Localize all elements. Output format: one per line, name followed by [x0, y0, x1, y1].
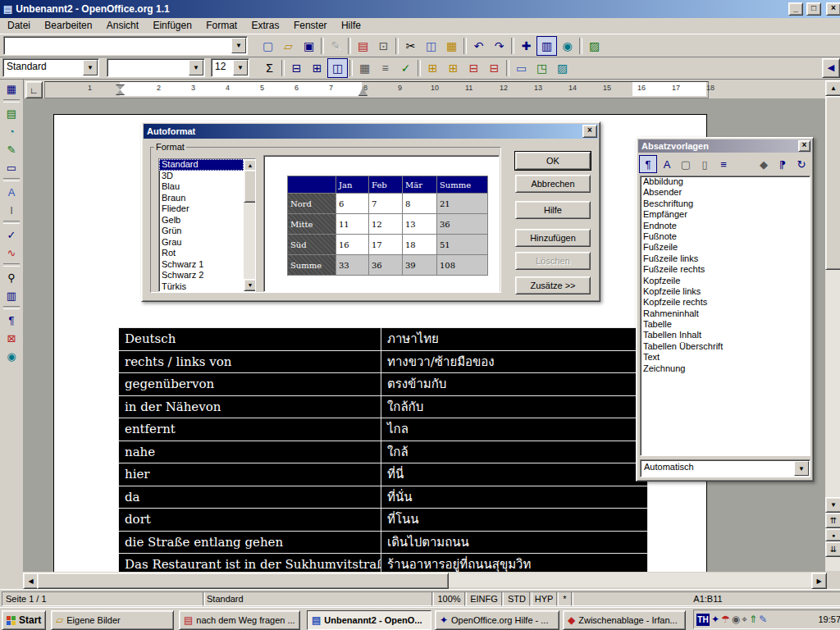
task-zwischenablage[interactable]: ◆ Zwischenablage - Irfan...	[563, 610, 686, 630]
next-page-icon[interactable]: ⇊	[825, 541, 840, 557]
task-nach-dem-weg[interactable]: ▤ nach dem Weg fragen ...	[179, 610, 300, 630]
more-button[interactable]: Zusätze >>	[515, 276, 591, 294]
online-layout-icon[interactable]: ◉	[2, 347, 21, 365]
split-cells-icon[interactable]: ⊞	[307, 58, 327, 78]
delete-col-icon[interactable]: ⊟	[484, 58, 504, 78]
delete-row-icon[interactable]: ⊟	[463, 58, 484, 78]
tray-mouse-icon[interactable]: ⌖	[742, 614, 747, 625]
menu-format[interactable]: Format	[200, 18, 243, 33]
format-option[interactable]: Rot	[159, 248, 244, 259]
style-item[interactable]: Abbildung	[641, 176, 810, 187]
status-zoom[interactable]: 100%	[431, 591, 467, 606]
fontsize-combobox[interactable]: 12 ▼	[211, 58, 249, 77]
menu-hilfe[interactable]: Hilfe	[336, 18, 367, 33]
style-item[interactable]: Absender	[641, 187, 810, 198]
frame-styles-icon[interactable]: ▢	[677, 155, 695, 173]
maximize-button[interactable]: □	[806, 2, 821, 16]
redo-icon[interactable]: ↷	[489, 36, 509, 56]
horizontal-scrollbar[interactable]: ◀ ▶	[23, 573, 825, 587]
list-scroll-down-icon[interactable]: ▼	[244, 279, 256, 291]
cell-de[interactable]: entfernt	[119, 418, 381, 441]
menu-einfuegen[interactable]: Einfügen	[147, 18, 197, 33]
spellcheck-icon[interactable]: ✓	[2, 226, 21, 244]
style-filter-value[interactable]: Automatisch	[641, 460, 793, 477]
style-item[interactable]: Kopfzeile	[641, 276, 810, 286]
cell-th[interactable]: ที่นี่	[381, 463, 648, 486]
style-filter-dropdown-icon[interactable]: ▼	[794, 461, 809, 476]
style-item[interactable]: Tabellen Überschrift	[641, 341, 810, 352]
background-icon[interactable]: ▨	[552, 58, 573, 78]
style-item[interactable]: Rahmeninhalt	[641, 308, 810, 319]
status-insert-mode[interactable]: EINFG	[464, 591, 504, 606]
optimize-icon[interactable]: ◫	[327, 58, 348, 78]
format-option[interactable]: Schwarz 1	[159, 259, 244, 271]
cell-de[interactable]: rechts / links von	[119, 350, 381, 373]
delete-button[interactable]: Löschen	[515, 252, 591, 270]
navigator-icon[interactable]: ✚	[516, 36, 536, 56]
new-document-icon[interactable]: ▢	[258, 36, 278, 56]
cell-th[interactable]: ทางขวา/ซ้ายมือของ	[381, 350, 648, 373]
style-item[interactable]: Fußzeile links	[641, 253, 810, 264]
menu-datei[interactable]: Datei	[2, 18, 36, 33]
vocabulary-table[interactable]: Deutschภาษาไทย rechts / links vonทางขวา/…	[118, 327, 648, 572]
format-option[interactable]: 3D	[159, 171, 244, 182]
dialog-titlebar[interactable]: Autoformat ×	[144, 124, 598, 139]
nav-dot-icon[interactable]: ●	[825, 528, 840, 541]
cell-de[interactable]: gegenübervon	[119, 373, 381, 396]
frame-icon[interactable]: ▭	[511, 58, 532, 78]
cancel-button[interactable]: Abbrechen	[515, 175, 591, 193]
minimize-button[interactable]: _	[788, 2, 803, 16]
fontsize-value[interactable]: 12	[212, 59, 232, 76]
status-hyperlink-mode[interactable]: HYP	[529, 591, 559, 606]
format-option[interactable]: Flieder	[159, 203, 244, 215]
images-onoff-icon[interactable]: ⊠	[2, 329, 21, 347]
line-style-icon[interactable]: ≡	[375, 58, 395, 78]
data-sources-icon[interactable]: ▥	[2, 286, 21, 304]
autoformat-icon[interactable]: ✓	[395, 58, 416, 78]
tray-update-icon[interactable]: ⇑	[749, 614, 757, 625]
format-list-scrollbar[interactable]: ▲ ▼	[244, 159, 255, 291]
insert-chart-icon[interactable]: ◔	[2, 122, 21, 140]
status-pagestyle[interactable]: Standard	[203, 591, 434, 606]
cell-de[interactable]: nahe	[119, 441, 381, 463]
fontsize-dropdown-icon[interactable]: ▼	[233, 60, 248, 75]
ruler[interactable]: 1 2 3 4 5 6 7 8 9 10 11 12 13 14 15 16 1…	[44, 81, 709, 98]
form-functions-icon[interactable]: ▭	[2, 158, 21, 176]
find-icon[interactable]: ⚲	[2, 268, 21, 286]
style-item[interactable]: Zeichnung	[641, 363, 810, 374]
cut-icon[interactable]: ✂	[400, 36, 421, 56]
insert-row-icon[interactable]: ⊞	[422, 58, 443, 78]
menu-ansicht[interactable]: Ansicht	[101, 18, 144, 33]
status-selection-mode[interactable]: STD	[501, 591, 532, 606]
insert-object-icon[interactable]: I	[2, 201, 21, 219]
stylist-titlebar[interactable]: Absatzvorlagen ×	[638, 139, 811, 153]
paragraph-styles-icon[interactable]: ¶	[639, 155, 657, 173]
export-pdf-icon[interactable]: ▤	[353, 36, 373, 56]
cell-th[interactable]: เดินไปตามถนน	[381, 531, 648, 554]
stylist-close-icon[interactable]: ×	[798, 140, 810, 152]
style-item[interactable]: Tabellen Inhalt	[641, 330, 810, 340]
help-button[interactable]: Hilfe	[515, 201, 591, 219]
menu-extras[interactable]: Extras	[246, 18, 285, 33]
format-option[interactable]: Türkis	[159, 281, 244, 293]
font-value[interactable]	[107, 59, 188, 76]
vscroll-thumb[interactable]	[825, 96, 840, 270]
style-item[interactable]: Fußnote	[641, 231, 810, 242]
cell-th[interactable]: ร้านอาหารอยู่ที่ถนนสุขุมวิท	[381, 554, 648, 573]
tab-type-button[interactable]: ∟	[25, 81, 43, 98]
style-item[interactable]: Kopfzeile rechts	[641, 297, 810, 308]
format-option[interactable]: Blau	[159, 181, 244, 193]
draw-functions-icon[interactable]: ✎	[2, 140, 21, 158]
scroll-down-icon[interactable]: ▼	[825, 497, 840, 513]
hscroll-thumb[interactable]	[37, 573, 449, 589]
task-eigene-bilder[interactable]: ▱ Eigene Bilder	[51, 610, 174, 630]
stylist-icon[interactable]: ▥	[536, 36, 557, 56]
paste-icon[interactable]: ▦	[441, 36, 462, 56]
style-item[interactable]: Fußzeile rechts	[641, 264, 810, 275]
cell-th[interactable]: ที่นั่น	[381, 486, 648, 509]
cell-de[interactable]: die Straße entlang gehen	[119, 531, 381, 554]
style-item[interactable]: Empfänger	[641, 209, 810, 220]
format-listbox[interactable]: Standard 3D Blau Braun Flieder Gelb Grün…	[158, 158, 256, 292]
previous-page-icon[interactable]: ⇈	[825, 513, 840, 528]
task-ooo-hilfe[interactable]: ✦ OpenOffice.org Hilfe - ...	[435, 610, 559, 630]
